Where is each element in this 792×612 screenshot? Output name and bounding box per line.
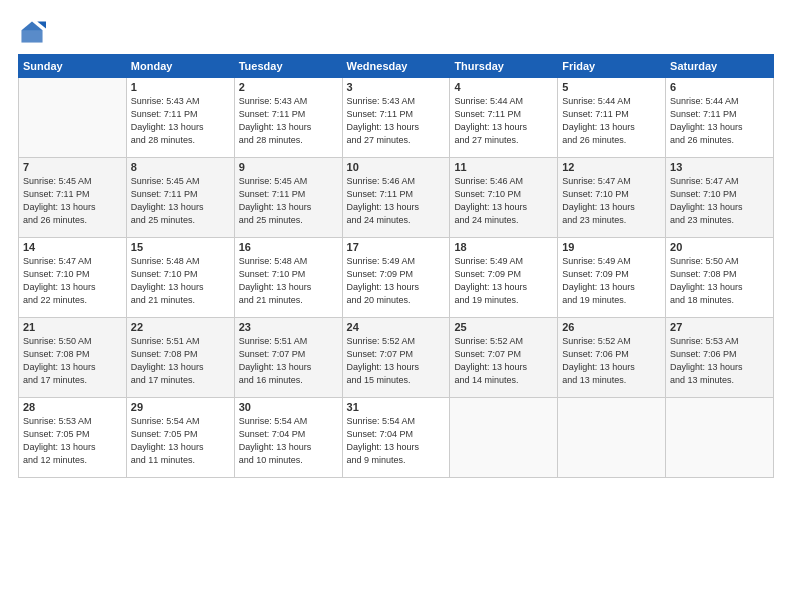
calendar-day-cell: 14Sunrise: 5:47 AMSunset: 7:10 PMDayligh… — [19, 238, 127, 318]
day-info: Sunrise: 5:52 AMSunset: 7:07 PMDaylight:… — [347, 335, 446, 387]
day-info: Sunrise: 5:45 AMSunset: 7:11 PMDaylight:… — [131, 175, 230, 227]
day-info: Sunrise: 5:54 AMSunset: 7:04 PMDaylight:… — [239, 415, 338, 467]
calendar-day-cell: 29Sunrise: 5:54 AMSunset: 7:05 PMDayligh… — [126, 398, 234, 478]
day-info: Sunrise: 5:46 AMSunset: 7:11 PMDaylight:… — [347, 175, 446, 227]
calendar-day-cell: 27Sunrise: 5:53 AMSunset: 7:06 PMDayligh… — [666, 318, 774, 398]
day-info: Sunrise: 5:44 AMSunset: 7:11 PMDaylight:… — [670, 95, 769, 147]
day-number: 14 — [23, 241, 122, 253]
calendar-day-cell — [450, 398, 558, 478]
day-info: Sunrise: 5:51 AMSunset: 7:08 PMDaylight:… — [131, 335, 230, 387]
calendar-day-cell: 2Sunrise: 5:43 AMSunset: 7:11 PMDaylight… — [234, 78, 342, 158]
calendar-header-row: SundayMondayTuesdayWednesdayThursdayFrid… — [19, 55, 774, 78]
calendar-day-cell: 26Sunrise: 5:52 AMSunset: 7:06 PMDayligh… — [558, 318, 666, 398]
day-info: Sunrise: 5:49 AMSunset: 7:09 PMDaylight:… — [562, 255, 661, 307]
day-number: 15 — [131, 241, 230, 253]
calendar-day-cell: 16Sunrise: 5:48 AMSunset: 7:10 PMDayligh… — [234, 238, 342, 318]
calendar-day-cell: 21Sunrise: 5:50 AMSunset: 7:08 PMDayligh… — [19, 318, 127, 398]
col-header-monday: Monday — [126, 55, 234, 78]
calendar-table: SundayMondayTuesdayWednesdayThursdayFrid… — [18, 54, 774, 478]
day-info: Sunrise: 5:47 AMSunset: 7:10 PMDaylight:… — [670, 175, 769, 227]
day-number: 22 — [131, 321, 230, 333]
calendar-day-cell: 17Sunrise: 5:49 AMSunset: 7:09 PMDayligh… — [342, 238, 450, 318]
calendar-day-cell: 9Sunrise: 5:45 AMSunset: 7:11 PMDaylight… — [234, 158, 342, 238]
day-number: 3 — [347, 81, 446, 93]
calendar-day-cell: 15Sunrise: 5:48 AMSunset: 7:10 PMDayligh… — [126, 238, 234, 318]
page-header — [18, 18, 774, 46]
calendar-day-cell: 24Sunrise: 5:52 AMSunset: 7:07 PMDayligh… — [342, 318, 450, 398]
day-number: 26 — [562, 321, 661, 333]
calendar-day-cell: 22Sunrise: 5:51 AMSunset: 7:08 PMDayligh… — [126, 318, 234, 398]
calendar-week-row: 21Sunrise: 5:50 AMSunset: 7:08 PMDayligh… — [19, 318, 774, 398]
calendar-day-cell: 10Sunrise: 5:46 AMSunset: 7:11 PMDayligh… — [342, 158, 450, 238]
calendar-day-cell: 11Sunrise: 5:46 AMSunset: 7:10 PMDayligh… — [450, 158, 558, 238]
day-info: Sunrise: 5:45 AMSunset: 7:11 PMDaylight:… — [239, 175, 338, 227]
day-info: Sunrise: 5:53 AMSunset: 7:06 PMDaylight:… — [670, 335, 769, 387]
calendar-day-cell — [666, 398, 774, 478]
calendar-day-cell: 19Sunrise: 5:49 AMSunset: 7:09 PMDayligh… — [558, 238, 666, 318]
calendar-day-cell: 7Sunrise: 5:45 AMSunset: 7:11 PMDaylight… — [19, 158, 127, 238]
day-info: Sunrise: 5:48 AMSunset: 7:10 PMDaylight:… — [239, 255, 338, 307]
col-header-thursday: Thursday — [450, 55, 558, 78]
calendar-day-cell: 20Sunrise: 5:50 AMSunset: 7:08 PMDayligh… — [666, 238, 774, 318]
day-number: 13 — [670, 161, 769, 173]
day-number: 8 — [131, 161, 230, 173]
day-number: 10 — [347, 161, 446, 173]
calendar-week-row: 1Sunrise: 5:43 AMSunset: 7:11 PMDaylight… — [19, 78, 774, 158]
day-number: 19 — [562, 241, 661, 253]
day-number: 2 — [239, 81, 338, 93]
logo-icon — [18, 18, 46, 46]
day-info: Sunrise: 5:43 AMSunset: 7:11 PMDaylight:… — [239, 95, 338, 147]
day-number: 6 — [670, 81, 769, 93]
day-number: 24 — [347, 321, 446, 333]
day-number: 12 — [562, 161, 661, 173]
day-info: Sunrise: 5:51 AMSunset: 7:07 PMDaylight:… — [239, 335, 338, 387]
day-info: Sunrise: 5:50 AMSunset: 7:08 PMDaylight:… — [670, 255, 769, 307]
day-info: Sunrise: 5:48 AMSunset: 7:10 PMDaylight:… — [131, 255, 230, 307]
day-info: Sunrise: 5:45 AMSunset: 7:11 PMDaylight:… — [23, 175, 122, 227]
day-number: 23 — [239, 321, 338, 333]
calendar-day-cell: 30Sunrise: 5:54 AMSunset: 7:04 PMDayligh… — [234, 398, 342, 478]
day-number: 25 — [454, 321, 553, 333]
day-number: 17 — [347, 241, 446, 253]
day-info: Sunrise: 5:43 AMSunset: 7:11 PMDaylight:… — [131, 95, 230, 147]
calendar-day-cell — [558, 398, 666, 478]
calendar-day-cell: 1Sunrise: 5:43 AMSunset: 7:11 PMDaylight… — [126, 78, 234, 158]
calendar-day-cell: 6Sunrise: 5:44 AMSunset: 7:11 PMDaylight… — [666, 78, 774, 158]
day-info: Sunrise: 5:54 AMSunset: 7:05 PMDaylight:… — [131, 415, 230, 467]
calendar-day-cell: 8Sunrise: 5:45 AMSunset: 7:11 PMDaylight… — [126, 158, 234, 238]
day-number: 20 — [670, 241, 769, 253]
calendar-day-cell: 12Sunrise: 5:47 AMSunset: 7:10 PMDayligh… — [558, 158, 666, 238]
day-number: 16 — [239, 241, 338, 253]
col-header-wednesday: Wednesday — [342, 55, 450, 78]
day-number: 21 — [23, 321, 122, 333]
day-number: 27 — [670, 321, 769, 333]
svg-rect-2 — [22, 30, 43, 42]
day-number: 30 — [239, 401, 338, 413]
calendar-week-row: 28Sunrise: 5:53 AMSunset: 7:05 PMDayligh… — [19, 398, 774, 478]
day-number: 9 — [239, 161, 338, 173]
calendar-day-cell: 28Sunrise: 5:53 AMSunset: 7:05 PMDayligh… — [19, 398, 127, 478]
col-header-sunday: Sunday — [19, 55, 127, 78]
day-info: Sunrise: 5:46 AMSunset: 7:10 PMDaylight:… — [454, 175, 553, 227]
day-number: 18 — [454, 241, 553, 253]
day-info: Sunrise: 5:52 AMSunset: 7:07 PMDaylight:… — [454, 335, 553, 387]
day-number: 29 — [131, 401, 230, 413]
day-info: Sunrise: 5:52 AMSunset: 7:06 PMDaylight:… — [562, 335, 661, 387]
day-number: 5 — [562, 81, 661, 93]
day-number: 28 — [23, 401, 122, 413]
col-header-saturday: Saturday — [666, 55, 774, 78]
calendar-day-cell: 3Sunrise: 5:43 AMSunset: 7:11 PMDaylight… — [342, 78, 450, 158]
day-info: Sunrise: 5:53 AMSunset: 7:05 PMDaylight:… — [23, 415, 122, 467]
calendar-day-cell: 31Sunrise: 5:54 AMSunset: 7:04 PMDayligh… — [342, 398, 450, 478]
day-info: Sunrise: 5:44 AMSunset: 7:11 PMDaylight:… — [562, 95, 661, 147]
day-info: Sunrise: 5:50 AMSunset: 7:08 PMDaylight:… — [23, 335, 122, 387]
day-info: Sunrise: 5:44 AMSunset: 7:11 PMDaylight:… — [454, 95, 553, 147]
calendar-day-cell: 4Sunrise: 5:44 AMSunset: 7:11 PMDaylight… — [450, 78, 558, 158]
day-number: 31 — [347, 401, 446, 413]
day-number: 11 — [454, 161, 553, 173]
calendar-day-cell: 18Sunrise: 5:49 AMSunset: 7:09 PMDayligh… — [450, 238, 558, 318]
col-header-friday: Friday — [558, 55, 666, 78]
col-header-tuesday: Tuesday — [234, 55, 342, 78]
day-info: Sunrise: 5:47 AMSunset: 7:10 PMDaylight:… — [23, 255, 122, 307]
calendar-day-cell — [19, 78, 127, 158]
